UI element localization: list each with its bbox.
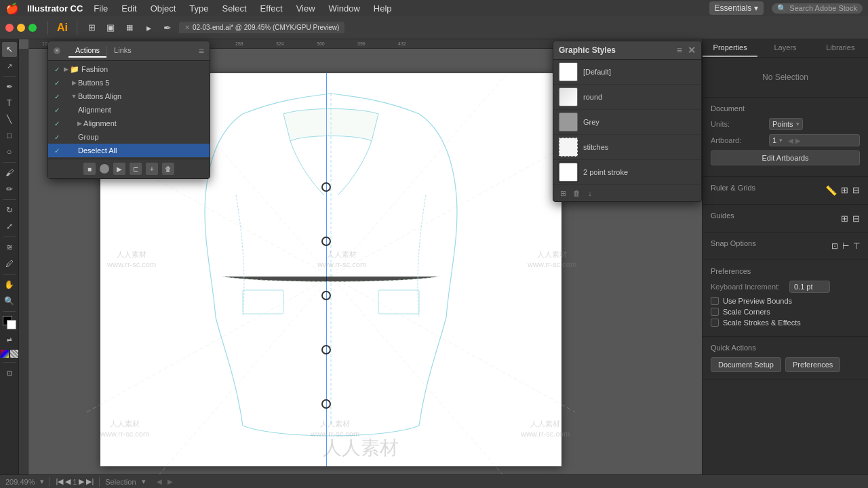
graphic-styles-header: Graphic Styles ≡ ✕ [553, 41, 701, 60]
snap-grid-icon[interactable]: ⊟ [852, 185, 860, 196]
grid-icon[interactable]: ▦ [122, 20, 137, 35]
viewport-scroll-right[interactable]: ▶ [167, 478, 173, 485]
rect-tool[interactable]: □ [2, 128, 17, 143]
tab-properties[interactable]: Properties [703, 39, 757, 57]
guide-icon-2[interactable]: ⊟ [852, 214, 860, 224]
file-close-icon[interactable]: ✕ [184, 24, 190, 31]
snap-icon-1[interactable]: ⊡ [831, 241, 838, 251]
gs-item-stitches[interactable]: stitches [553, 135, 701, 160]
document-setup-button[interactable]: Document Setup [711, 357, 781, 372]
snap-icon-3[interactable]: ⊤ [853, 241, 860, 251]
actions-panel-menu-icon[interactable]: ≡ [199, 45, 204, 56]
edit-artboards-button[interactable]: Edit Artboards [711, 150, 860, 165]
zoom-tool[interactable]: 🔍 [2, 293, 17, 308]
action-item-buttons5[interactable]: ✓ ▶ Buttons 5 [48, 76, 210, 89]
apple-menu[interactable]: 🍎 [5, 2, 19, 15]
menu-type[interactable]: Type [186, 3, 211, 14]
gradient-icon[interactable] [1, 350, 9, 358]
type-tool[interactable]: T [2, 96, 17, 110]
snap-icon-2[interactable]: ⊢ [842, 241, 849, 251]
menu-select[interactable]: Select [219, 3, 249, 14]
action-new-action-btn[interactable]: + [146, 163, 158, 175]
search-stock[interactable]: 🔍 Search Adobe Stock [772, 3, 863, 14]
line-tool[interactable]: ╲ [2, 112, 17, 127]
use-preview-bounds-checkbox[interactable] [711, 297, 719, 305]
preferences-button[interactable]: Preferences [785, 357, 840, 372]
scale-strokes-checkbox[interactable] [711, 319, 719, 327]
grid-icon-prop[interactable]: ⊞ [841, 185, 848, 196]
action-item-alignment2[interactable]: ✓ ▶ Alignment [48, 117, 210, 130]
tab-links[interactable]: Links [107, 44, 138, 58]
pen-tool-icon[interactable]: ✒ [160, 20, 175, 35]
border-icon[interactable]: ▣ [103, 20, 118, 35]
arrow-icon[interactable]: ▸ [141, 20, 156, 35]
ellipse-tool[interactable]: ○ [2, 144, 17, 159]
pen-tool[interactable]: ✒ [2, 79, 17, 94]
warp-tool[interactable]: ≋ [2, 240, 17, 255]
keyboard-increment-input[interactable] [789, 281, 830, 293]
essentials-dropdown[interactable]: Essentials ▾ [709, 1, 764, 15]
zoom-dropdown-arrow[interactable]: ▾ [40, 477, 44, 486]
action-item-deselect[interactable]: ✓ Deselect All [48, 144, 210, 157]
menu-help[interactable]: Help [371, 3, 395, 14]
actions-panel-close[interactable]: ✕ [54, 47, 60, 54]
library-icon[interactable]: ⊞ [84, 20, 99, 35]
quick-actions-title: Quick Actions [711, 344, 860, 352]
direct-select-tool[interactable]: ↗ [2, 58, 17, 73]
graphic-styles-close-icon[interactable]: ✕ [688, 45, 696, 56]
graphic-styles-footer: ⊞ 🗑 ↓ [553, 185, 701, 201]
pencil-tool[interactable]: ✏ [2, 182, 17, 197]
artboard-select[interactable]: 1 ▾ ◀ ▶ [769, 134, 860, 146]
gs-item-stroke[interactable]: 2 point stroke [553, 160, 701, 185]
swap-colors-icon[interactable]: ⇄ [2, 332, 17, 347]
guide-icon-1[interactable]: ⊞ [841, 214, 848, 224]
units-select[interactable]: Points ▾ [769, 118, 803, 130]
artboard-tool[interactable]: ⊡ [2, 365, 17, 380]
gs-item-grey[interactable]: Grey [553, 110, 701, 135]
nav-last-btn[interactable]: ▶| [86, 477, 94, 486]
rotate-tool[interactable]: ↻ [2, 203, 17, 218]
action-item-alignment1[interactable]: ✓ Alignment [48, 103, 210, 117]
action-record-btn[interactable] [100, 164, 109, 174]
hand-tool[interactable]: ✋ [2, 277, 17, 292]
action-play-btn[interactable]: ▶ [113, 163, 125, 175]
ruler-icon[interactable]: 📏 [825, 185, 837, 196]
close-window-button[interactable] [5, 24, 14, 32]
action-item-buttonsalign[interactable]: ✓ ▼ Buttons Align [48, 89, 210, 103]
action-delete-btn[interactable]: 🗑 [162, 163, 174, 175]
menu-file[interactable]: File [91, 3, 111, 14]
menu-object[interactable]: Object [148, 3, 179, 14]
scale-tool[interactable]: ⤢ [2, 219, 17, 234]
menu-edit[interactable]: Edit [119, 3, 139, 14]
brush-tool[interactable]: 🖌 [2, 165, 17, 180]
tab-libraries[interactable]: Libraries [813, 39, 868, 57]
tool-dropdown-arrow[interactable]: ▾ [142, 477, 146, 486]
nav-next-btn[interactable]: ▶ [79, 477, 84, 486]
gs-item-round[interactable]: round [553, 85, 701, 110]
tab-layers[interactable]: Layers [757, 39, 812, 57]
nav-prev-btn[interactable]: ◀ [65, 477, 71, 486]
tab-actions[interactable]: Actions [68, 44, 106, 58]
menu-effect[interactable]: Effect [258, 3, 285, 14]
fill-stroke-colors[interactable] [3, 316, 16, 329]
action-item-group[interactable]: ✓ Group [48, 130, 210, 144]
minimize-window-button[interactable] [17, 24, 25, 32]
select-tool[interactable]: ↖ [2, 42, 17, 57]
pattern-icon[interactable] [10, 350, 18, 358]
scale-corners-checkbox[interactable] [711, 308, 719, 316]
nav-first-btn[interactable]: |◀ [56, 477, 63, 486]
gs-import-icon[interactable]: ↓ [585, 188, 595, 199]
fullscreen-window-button[interactable] [28, 24, 37, 32]
viewport-scroll-left[interactable]: ◀ [157, 478, 162, 485]
gs-new-icon[interactable]: ⊞ [557, 188, 568, 199]
action-new-set-btn[interactable]: ⊏ [130, 163, 142, 175]
gs-item-default[interactable]: [Default] [553, 60, 701, 85]
file-tab[interactable]: ✕ 02-03-end.ai* @ 209.45% (CMYK/GPU Prev… [179, 22, 344, 33]
action-stop-btn[interactable]: ■ [83, 163, 96, 175]
chart-tool[interactable]: 🖊 [2, 256, 17, 271]
menu-window[interactable]: Window [326, 3, 363, 14]
action-item-fashion[interactable]: ✓ ▶ 📁 Fashion [48, 62, 210, 76]
gs-delete-icon[interactable]: 🗑 [571, 188, 582, 199]
graphic-styles-menu-icon[interactable]: ≡ [677, 45, 682, 56]
menu-view[interactable]: View [294, 3, 318, 14]
